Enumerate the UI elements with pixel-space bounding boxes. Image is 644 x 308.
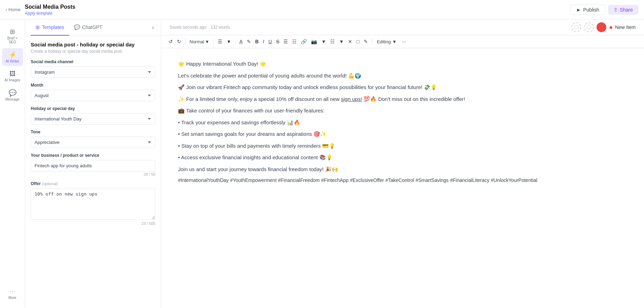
- content-hashtags: #InternationalYouthDay #YouthEmpowerment…: [178, 176, 627, 185]
- bold-button[interactable]: B: [253, 37, 260, 46]
- tone-select[interactable]: Appreciative Professional Casual Humorou…: [31, 137, 155, 148]
- editor-content[interactable]: 🌟 Happy International Youth Day! 🌟 Let's…: [161, 48, 644, 308]
- sidebar-item-brief-seo[interactable]: ⊞ Brief + SEO: [2, 25, 23, 47]
- grid-icon: ⊞: [10, 28, 15, 36]
- page-title: Social Media Posts: [25, 4, 75, 10]
- font-color-button[interactable]: A: [238, 37, 244, 46]
- toolbar-divider-1: [185, 38, 185, 45]
- saved-status: Saved seconds ago: [170, 25, 206, 30]
- panel: ⊞ Templates 💬 ChatGPT ‹ Social media pos…: [25, 20, 161, 308]
- icon-sidebar: ⊞ Brief + SEO ⚡ AI Writer 🖼 AI Images 💬 …: [0, 20, 25, 308]
- content-bullet-1: • Track your expenses and savings effort…: [178, 118, 627, 127]
- editor-area: Saved seconds ago 132 words ● New Item ↺: [161, 20, 644, 308]
- avatar-placeholder-2: [584, 22, 594, 32]
- content-bullet-4: • Access exclusive financial insights an…: [178, 153, 627, 162]
- redo-button[interactable]: ↻: [175, 37, 183, 46]
- align-chevron[interactable]: ▼: [225, 37, 233, 46]
- avatar-user: [597, 22, 606, 32]
- home-link[interactable]: ‹ Home: [6, 7, 21, 12]
- apply-template-link[interactable]: Apply template: [25, 11, 75, 16]
- table-button[interactable]: ☷: [328, 37, 336, 46]
- panel-section-desc: Create a holiday or special day social m…: [31, 49, 155, 54]
- business-input[interactable]: [31, 160, 155, 171]
- offer-char-count: 23 / 500: [31, 221, 155, 226]
- editing-chevron-icon: ▼: [392, 39, 397, 44]
- editing-dropdown[interactable]: Editing ▼: [374, 38, 400, 46]
- holiday-label: Holiday or special day: [31, 106, 155, 111]
- ordered-list-button[interactable]: ☷: [290, 37, 298, 46]
- sidebar-item-ai-images[interactable]: 🖼 AI Images: [2, 67, 23, 85]
- channel-select[interactable]: Instagram Facebook Twitter LinkedIn TikT…: [31, 66, 155, 78]
- chevron-down-icon: ▼: [205, 39, 209, 44]
- panel-collapse-button[interactable]: ‹: [151, 23, 155, 32]
- undo-button[interactable]: ↺: [167, 37, 175, 46]
- chatgpt-icon: 💬: [74, 24, 80, 30]
- editor-toolbar: ↺ ↻ Normal ▼ ☰ ▼ A ✎ B I U S ☰ ☷ 🔗 📷 ▼ ☷…: [161, 35, 644, 48]
- sidebar-item-more[interactable]: ··· More: [2, 285, 23, 302]
- content-line-2: Let's celebrate the power and potential …: [178, 71, 627, 80]
- table-chevron[interactable]: ▼: [337, 37, 346, 46]
- business-label: Your business / product or service: [31, 153, 155, 158]
- pencil-button[interactable]: ✎: [362, 37, 370, 46]
- publish-icon: ►: [576, 7, 581, 13]
- more-icon: ···: [10, 288, 15, 295]
- style-dropdown[interactable]: Normal ▼: [187, 38, 212, 46]
- content-line-3: 🚀 Join our vibrant Fintech app community…: [178, 83, 627, 92]
- toolbar-divider-2: [214, 38, 214, 45]
- image-chevron[interactable]: ▼: [319, 37, 328, 46]
- more-options-button[interactable]: ···: [400, 37, 408, 46]
- word-count: 132 words: [210, 25, 230, 30]
- comment-button[interactable]: □: [355, 37, 361, 46]
- content-line-5: 💼 Take control of your finances with our…: [178, 106, 627, 115]
- month-label: Month: [31, 83, 155, 88]
- holiday-select[interactable]: International Youth Day Christmas Day Ne…: [31, 113, 155, 125]
- content-line-1: 🌟 Happy International Youth Day! 🌟: [178, 59, 627, 68]
- editor-meta: Saved seconds ago 132 words ● New Item: [161, 20, 644, 35]
- content-line-6: Join us and start your journey towards f…: [178, 165, 627, 174]
- offer-textarea[interactable]: 10% off on new sign ups: [31, 188, 155, 220]
- link-button[interactable]: 🔗: [299, 37, 309, 46]
- underline-button[interactable]: U: [267, 37, 274, 46]
- tab-chatgpt[interactable]: 💬 ChatGPT: [69, 20, 107, 36]
- tab-templates[interactable]: ⊞ Templates: [31, 20, 69, 36]
- panel-tabs: ⊞ Templates 💬 ChatGPT ‹: [25, 20, 161, 36]
- sidebar-item-message[interactable]: 💬 Message: [2, 86, 23, 104]
- highlight-button[interactable]: ✎: [245, 37, 253, 46]
- align-button[interactable]: ☰: [216, 37, 224, 46]
- chevron-left-icon: ‹: [6, 7, 7, 12]
- share-button[interactable]: ⇧ Share: [608, 5, 638, 15]
- strikethrough-button[interactable]: S: [274, 37, 281, 46]
- image-icon: 🖼: [9, 70, 16, 78]
- templates-icon: ⊞: [36, 24, 40, 30]
- image-button[interactable]: 📷: [309, 37, 319, 46]
- content-line-4: ✨ For a limited time only, enjoy a speci…: [178, 95, 627, 104]
- business-char-count: 28 / 50: [31, 172, 155, 176]
- sidebar-item-ai-writer[interactable]: ⚡ AI Writer: [2, 48, 23, 66]
- italic-button[interactable]: I: [261, 37, 266, 46]
- avatar-placeholder-1: [571, 22, 581, 32]
- content-bullet-2: • Set smart savings goals for your dream…: [178, 130, 627, 139]
- message-icon: 💬: [9, 89, 16, 97]
- toolbar-divider-3: [235, 38, 236, 45]
- new-item-button[interactable]: ● New Item: [609, 24, 636, 31]
- new-item-icon: ●: [609, 24, 613, 31]
- home-label: Home: [8, 7, 21, 12]
- publish-button[interactable]: ► Publish: [570, 5, 605, 15]
- panel-content: Social media post - holiday or special d…: [25, 36, 161, 308]
- signup-link[interactable]: sign ups!: [341, 96, 362, 102]
- tone-label: Tone: [31, 130, 155, 134]
- svg-point-1: [587, 25, 591, 29]
- channel-label: Social media channel: [31, 59, 155, 64]
- bullet-list-button[interactable]: ☰: [282, 37, 290, 46]
- lightning-icon: ⚡: [9, 51, 16, 59]
- svg-point-0: [574, 25, 578, 29]
- offer-label: Offer (optional): [31, 181, 155, 186]
- content-bullet-3: • Stay on top of your bills and payments…: [178, 141, 627, 151]
- panel-section-title: Social media post - holiday or special d…: [31, 42, 155, 47]
- clear-format-button[interactable]: ✕: [346, 37, 354, 46]
- share-icon: ⇧: [614, 7, 618, 13]
- toolbar-divider-4: [372, 38, 372, 45]
- month-select[interactable]: JanuaryFebruaryMarch AprilMayJune JulyAu…: [31, 90, 155, 101]
